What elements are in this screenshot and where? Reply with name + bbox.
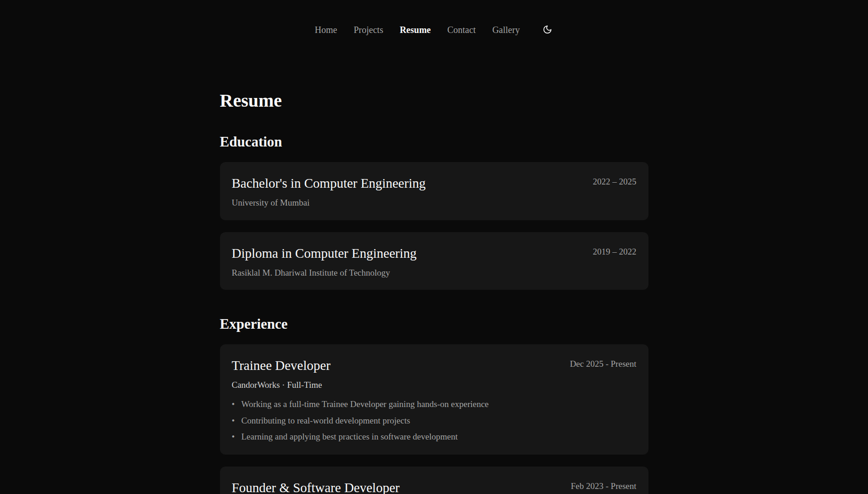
experience-bullet-list: Working as a full-time Trainee Developer…: [232, 398, 637, 444]
site-header: Home Projects Resume Contact Gallery: [0, 0, 868, 35]
theme-toggle-button[interactable]: [542, 24, 553, 35]
card-head: Trainee Developer Dec 2025 - Present: [232, 357, 637, 374]
card-date: Dec 2025 - Present: [570, 357, 636, 371]
section-heading-experience: Experience: [220, 315, 648, 333]
nav-link-projects[interactable]: Projects: [354, 24, 383, 35]
card-date: 2019 – 2022: [593, 245, 637, 259]
nav-link-gallery[interactable]: Gallery: [492, 24, 520, 35]
experience-bullet: Learning and applying best practices in …: [232, 430, 637, 444]
education-section: Education Bachelor's in Computer Enginee…: [220, 133, 648, 290]
card-subtitle: Rasiklal M. Dhariwal Institute of Techno…: [232, 267, 637, 279]
nav-link-home[interactable]: Home: [315, 24, 337, 35]
card-subtitle: CandorWorks · Full-Time: [232, 379, 637, 391]
main-nav: Home Projects Resume Contact Gallery: [0, 24, 868, 35]
education-card: Diploma in Computer Engineering 2019 – 2…: [220, 232, 648, 290]
card-head: Diploma in Computer Engineering 2019 – 2…: [232, 245, 637, 261]
card-title: Founder & Software Developer: [232, 479, 400, 494]
nav-link-contact[interactable]: Contact: [447, 24, 476, 35]
experience-card-list: Trainee Developer Dec 2025 - Present Can…: [220, 344, 648, 494]
card-title: Trainee Developer: [232, 357, 331, 374]
moon-icon: [543, 25, 552, 34]
experience-card: Trainee Developer Dec 2025 - Present Can…: [220, 344, 648, 454]
card-title: Diploma in Computer Engineering: [232, 245, 417, 261]
experience-card: Founder & Software Developer Feb 2023 - …: [220, 467, 648, 494]
experience-bullet: Contributing to real-world development p…: [232, 414, 637, 428]
card-head: Founder & Software Developer Feb 2023 - …: [232, 479, 637, 494]
resume-page: Resume Education Bachelor's in Computer …: [220, 90, 648, 494]
card-date: Feb 2023 - Present: [571, 479, 636, 493]
section-heading-education: Education: [220, 133, 648, 151]
experience-section: Experience Trainee Developer Dec 2025 - …: [220, 315, 648, 494]
card-title: Bachelor's in Computer Engineering: [232, 175, 426, 191]
card-subtitle: University of Mumbai: [232, 197, 637, 209]
card-head: Bachelor's in Computer Engineering 2022 …: [232, 175, 637, 191]
education-card-list: Bachelor's in Computer Engineering 2022 …: [220, 162, 648, 290]
nav-link-resume[interactable]: Resume: [400, 24, 431, 35]
education-card: Bachelor's in Computer Engineering 2022 …: [220, 162, 648, 220]
page-title: Resume: [220, 90, 648, 111]
experience-bullet: Working as a full-time Trainee Developer…: [232, 398, 637, 411]
card-date: 2022 – 2025: [593, 175, 637, 189]
